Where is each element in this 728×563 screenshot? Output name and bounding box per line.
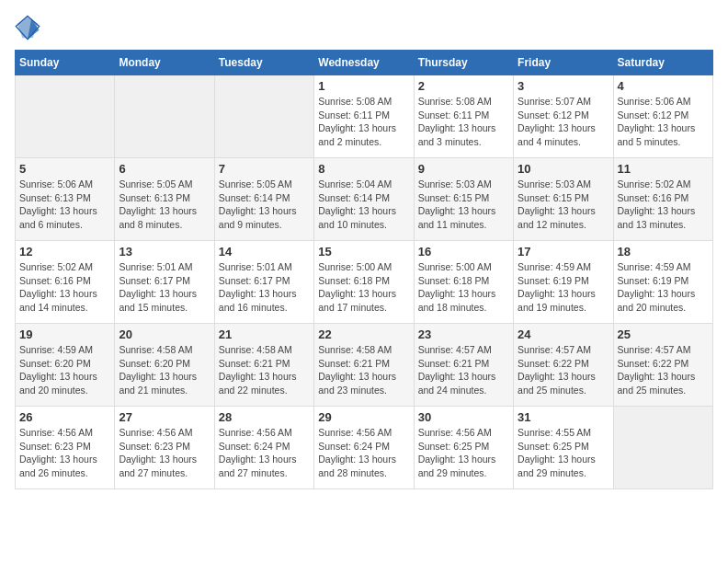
day-number: 30	[418, 410, 509, 424]
calendar-week-row: 5Sunrise: 5:06 AM Sunset: 6:13 PM Daylig…	[16, 158, 713, 241]
day-info: Sunrise: 4:56 AM Sunset: 6:23 PM Dayligh…	[119, 426, 210, 480]
day-info: Sunrise: 5:01 AM Sunset: 6:17 PM Dayligh…	[119, 260, 210, 315]
day-info: Sunrise: 5:06 AM Sunset: 6:13 PM Dayligh…	[19, 178, 110, 232]
day-number: 27	[119, 410, 210, 424]
day-info: Sunrise: 4:59 AM Sunset: 6:19 PM Dayligh…	[518, 260, 609, 315]
calendar-cell: 7Sunrise: 5:05 AM Sunset: 6:14 PM Daylig…	[214, 158, 313, 241]
day-info: Sunrise: 4:59 AM Sunset: 6:19 PM Dayligh…	[618, 260, 709, 315]
day-info: Sunrise: 4:57 AM Sunset: 6:21 PM Dayligh…	[418, 343, 509, 397]
calendar-cell	[115, 75, 214, 158]
calendar-cell: 24Sunrise: 4:57 AM Sunset: 6:22 PM Dayli…	[514, 324, 613, 407]
day-number: 31	[518, 410, 609, 424]
day-info: Sunrise: 5:03 AM Sunset: 6:15 PM Dayligh…	[418, 178, 509, 232]
calendar-cell: 31Sunrise: 4:55 AM Sunset: 6:25 PM Dayli…	[514, 407, 613, 489]
day-info: Sunrise: 4:56 AM Sunset: 6:25 PM Dayligh…	[418, 426, 509, 480]
calendar-cell: 4Sunrise: 5:06 AM Sunset: 6:12 PM Daylig…	[613, 75, 712, 158]
day-info: Sunrise: 4:56 AM Sunset: 6:24 PM Dayligh…	[318, 426, 409, 480]
calendar-cell: 9Sunrise: 5:03 AM Sunset: 6:15 PM Daylig…	[414, 158, 513, 241]
calendar-cell: 22Sunrise: 4:58 AM Sunset: 6:21 PM Dayli…	[314, 324, 414, 407]
day-number: 21	[219, 327, 310, 341]
calendar-cell	[613, 407, 712, 489]
calendar-table: SundayMondayTuesdayWednesdayThursdayFrid…	[15, 50, 713, 489]
day-info: Sunrise: 4:59 AM Sunset: 6:20 PM Dayligh…	[19, 343, 110, 397]
day-number: 28	[219, 410, 310, 424]
day-info: Sunrise: 4:56 AM Sunset: 6:23 PM Dayligh…	[19, 426, 110, 480]
day-number: 9	[418, 162, 509, 176]
day-info: Sunrise: 5:06 AM Sunset: 6:12 PM Dayligh…	[618, 95, 709, 149]
calendar-cell: 10Sunrise: 5:03 AM Sunset: 6:15 PM Dayli…	[514, 158, 613, 241]
calendar-cell: 14Sunrise: 5:01 AM Sunset: 6:17 PM Dayli…	[214, 241, 313, 324]
day-info: Sunrise: 5:00 AM Sunset: 6:18 PM Dayligh…	[418, 260, 509, 315]
calendar-cell: 18Sunrise: 4:59 AM Sunset: 6:19 PM Dayli…	[613, 241, 712, 324]
header	[15, 15, 713, 40]
calendar-cell	[16, 75, 115, 158]
day-info: Sunrise: 5:01 AM Sunset: 6:17 PM Dayligh…	[219, 260, 310, 315]
calendar-cell: 8Sunrise: 5:04 AM Sunset: 6:14 PM Daylig…	[314, 158, 414, 241]
calendar-header-row: SundayMondayTuesdayWednesdayThursdayFrid…	[16, 51, 713, 75]
day-number: 11	[618, 162, 709, 176]
calendar-header-saturday: Saturday	[613, 51, 712, 75]
calendar-cell: 21Sunrise: 4:58 AM Sunset: 6:21 PM Dayli…	[214, 324, 313, 407]
calendar-cell: 17Sunrise: 4:59 AM Sunset: 6:19 PM Dayli…	[514, 241, 613, 324]
calendar-cell: 26Sunrise: 4:56 AM Sunset: 6:23 PM Dayli…	[16, 407, 115, 489]
day-info: Sunrise: 5:08 AM Sunset: 6:11 PM Dayligh…	[318, 95, 409, 149]
day-number: 4	[618, 79, 709, 93]
calendar-week-row: 26Sunrise: 4:56 AM Sunset: 6:23 PM Dayli…	[16, 407, 713, 489]
calendar-cell: 1Sunrise: 5:08 AM Sunset: 6:11 PM Daylig…	[314, 75, 414, 158]
calendar-header-sunday: Sunday	[16, 51, 115, 75]
calendar-cell: 11Sunrise: 5:02 AM Sunset: 6:16 PM Dayli…	[613, 158, 712, 241]
calendar-week-row: 12Sunrise: 5:02 AM Sunset: 6:16 PM Dayli…	[16, 241, 713, 324]
calendar-cell: 19Sunrise: 4:59 AM Sunset: 6:20 PM Dayli…	[16, 324, 115, 407]
calendar-cell: 2Sunrise: 5:08 AM Sunset: 6:11 PM Daylig…	[414, 75, 513, 158]
calendar-cell: 12Sunrise: 5:02 AM Sunset: 6:16 PM Dayli…	[16, 241, 115, 324]
day-number: 12	[19, 245, 110, 259]
day-info: Sunrise: 4:58 AM Sunset: 6:21 PM Dayligh…	[219, 343, 310, 397]
day-info: Sunrise: 5:05 AM Sunset: 6:13 PM Dayligh…	[119, 178, 210, 232]
calendar-cell: 30Sunrise: 4:56 AM Sunset: 6:25 PM Dayli…	[414, 407, 513, 489]
calendar-cell: 25Sunrise: 4:57 AM Sunset: 6:22 PM Dayli…	[613, 324, 712, 407]
calendar-cell: 20Sunrise: 4:58 AM Sunset: 6:20 PM Dayli…	[115, 324, 214, 407]
calendar-cell: 29Sunrise: 4:56 AM Sunset: 6:24 PM Dayli…	[314, 407, 414, 489]
calendar-week-row: 19Sunrise: 4:59 AM Sunset: 6:20 PM Dayli…	[16, 324, 713, 407]
day-number: 18	[618, 245, 709, 259]
day-number: 25	[618, 327, 709, 341]
day-number: 15	[318, 245, 409, 259]
day-info: Sunrise: 4:58 AM Sunset: 6:21 PM Dayligh…	[318, 343, 409, 397]
day-number: 26	[19, 410, 110, 424]
day-number: 17	[518, 245, 609, 259]
day-info: Sunrise: 5:02 AM Sunset: 6:16 PM Dayligh…	[618, 178, 709, 232]
day-info: Sunrise: 4:57 AM Sunset: 6:22 PM Dayligh…	[518, 343, 609, 397]
calendar-cell: 16Sunrise: 5:00 AM Sunset: 6:18 PM Dayli…	[414, 241, 513, 324]
calendar-cell: 13Sunrise: 5:01 AM Sunset: 6:17 PM Dayli…	[115, 241, 214, 324]
day-info: Sunrise: 5:02 AM Sunset: 6:16 PM Dayligh…	[19, 260, 110, 315]
day-number: 14	[219, 245, 310, 259]
day-number: 20	[119, 327, 210, 341]
day-number: 29	[318, 410, 409, 424]
day-info: Sunrise: 5:04 AM Sunset: 6:14 PM Dayligh…	[318, 178, 409, 232]
day-info: Sunrise: 4:57 AM Sunset: 6:22 PM Dayligh…	[618, 343, 709, 397]
day-number: 23	[418, 327, 509, 341]
calendar-cell: 3Sunrise: 5:07 AM Sunset: 6:12 PM Daylig…	[514, 75, 613, 158]
calendar-cell: 5Sunrise: 5:06 AM Sunset: 6:13 PM Daylig…	[16, 158, 115, 241]
day-number: 13	[119, 245, 210, 259]
day-number: 16	[418, 245, 509, 259]
calendar-header-thursday: Thursday	[414, 51, 513, 75]
day-info: Sunrise: 5:08 AM Sunset: 6:11 PM Dayligh…	[418, 95, 509, 149]
calendar-header-tuesday: Tuesday	[214, 51, 313, 75]
calendar-cell: 28Sunrise: 4:56 AM Sunset: 6:24 PM Dayli…	[214, 407, 313, 489]
day-info: Sunrise: 5:05 AM Sunset: 6:14 PM Dayligh…	[219, 178, 310, 232]
day-number: 1	[318, 79, 409, 93]
day-number: 8	[318, 162, 409, 176]
calendar-header-wednesday: Wednesday	[314, 51, 414, 75]
day-number: 22	[318, 327, 409, 341]
day-info: Sunrise: 5:03 AM Sunset: 6:15 PM Dayligh…	[518, 178, 609, 232]
day-info: Sunrise: 5:07 AM Sunset: 6:12 PM Dayligh…	[518, 95, 609, 149]
day-number: 2	[418, 79, 509, 93]
calendar-cell: 15Sunrise: 5:00 AM Sunset: 6:18 PM Dayli…	[314, 241, 414, 324]
day-number: 7	[219, 162, 310, 176]
calendar-cell: 6Sunrise: 5:05 AM Sunset: 6:13 PM Daylig…	[115, 158, 214, 241]
day-info: Sunrise: 5:00 AM Sunset: 6:18 PM Dayligh…	[318, 260, 409, 315]
day-number: 24	[518, 327, 609, 341]
day-info: Sunrise: 4:56 AM Sunset: 6:24 PM Dayligh…	[219, 426, 310, 480]
calendar-cell: 27Sunrise: 4:56 AM Sunset: 6:23 PM Dayli…	[115, 407, 214, 489]
